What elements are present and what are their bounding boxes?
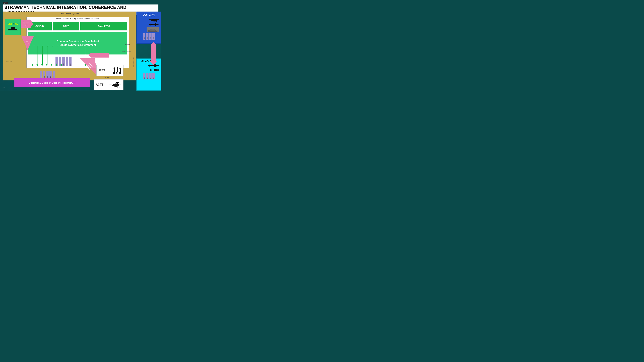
model-cols-bottom: Model Model Model Model Model [40, 71, 55, 78]
svg-marker-61 [150, 42, 157, 45]
tank-icon [8, 26, 18, 31]
ship-svg [147, 27, 158, 32]
dis-hla-right-label: DIS/HLA Gateway [133, 57, 134, 68]
re-use-left-label: Re-Use [6, 61, 12, 62]
svg-text:Native: Native [26, 41, 29, 42]
svg-rect-34 [120, 69, 121, 72]
svg-marker-54 [149, 23, 151, 24]
global-tes-box: Global TES [80, 22, 127, 30]
cavs-box: CAVS [52, 22, 80, 30]
ccs-text-line1: Common Constructive Simulation/ [57, 40, 99, 43]
svg-text:Common: Common [23, 21, 29, 23]
opdst-box: Operational Decision Support Tool (OpDST… [14, 78, 90, 87]
bottom-model-1: Model [40, 71, 42, 78]
svg-line-50 [156, 21, 158, 22]
fcts-label: Future Collective Training System synthe… [56, 18, 99, 19]
dotcm-model-row: Model Model Model Model [137, 32, 161, 40]
big-pink-arrow [151, 44, 156, 63]
land-training-label: Land Training Systems [60, 13, 79, 15]
dis-hla-arrow-svg [88, 52, 109, 58]
dotcm-helicopter-icon [148, 17, 160, 22]
gladiator-panel: GLADIATOR Model Model Model Model [136, 58, 161, 90]
svg-rect-58 [152, 28, 154, 29]
re-use-arrow-svg [108, 43, 117, 45]
content-area: Land Training Systems Future Collective … [3, 11, 138, 87]
dis-hla-top-label: DIS/HLA Gateway [120, 51, 130, 52]
jfst-soldiers-icon [112, 66, 122, 74]
svg-point-33 [120, 68, 121, 69]
svg-point-29 [117, 67, 118, 69]
dotcm-model-4: Model [152, 33, 154, 40]
gladiator-model-3: Model [149, 73, 152, 79]
svg-marker-73 [149, 70, 152, 71]
svg-rect-59 [149, 30, 149, 31]
dotcm-ship-icon [146, 27, 158, 32]
page-number: 7 [4, 87, 4, 89]
opdst-label: Operational Decision Support Tool (OpDST… [29, 81, 76, 84]
svg-marker-18 [88, 53, 109, 57]
svg-rect-31 [116, 72, 117, 73]
potential-native-right-svg: Potential Native Integration [80, 58, 98, 76]
actt-label: ACTT [96, 83, 104, 86]
gladiator-icons [137, 63, 161, 72]
re-use-bottom-label: Re-Use [104, 76, 110, 78]
svg-text:Potential: Potential [25, 39, 30, 40]
svg-rect-38 [112, 85, 113, 86]
svg-rect-35 [119, 72, 120, 74]
actt-helicopter-icon [109, 81, 122, 89]
svg-rect-46 [151, 20, 152, 21]
cttp-badge: CTTP [3, 2, 8, 4]
gladiator-model-row: Model Model Model Model [137, 72, 161, 80]
svg-rect-28 [114, 72, 115, 74]
actt-box: ACTT [94, 79, 124, 90]
svg-text:Virtual: Virtual [24, 23, 28, 25]
svg-line-42 [118, 87, 120, 87]
svg-rect-36 [120, 72, 121, 74]
gladiator-model-4: Model [152, 73, 154, 79]
dotcm-model-3: Model [149, 33, 152, 40]
land-training-box: Land Training Systems Future Collective … [3, 11, 136, 80]
svg-rect-26 [114, 69, 115, 72]
svg-rect-60 [156, 30, 156, 31]
dotcm-model-1: Model [143, 33, 146, 40]
dotcm-icons [137, 17, 161, 32]
svg-text:Sim: Sim [25, 25, 27, 26]
svg-marker-72 [149, 69, 152, 70]
common-virtual-sim-container: Common Virtual Sim [21, 19, 33, 29]
svg-rect-32 [118, 72, 118, 73]
svg-text:Integration: Integration [25, 43, 30, 44]
dotcm-model-2: Model [146, 33, 148, 40]
vulcan-box: VULCAN [5, 19, 21, 35]
gladiator-model-1: Model [143, 73, 146, 79]
jfst-label: JFST [98, 69, 105, 72]
gladiator-model-2: Model [146, 73, 148, 79]
svg-rect-62 [152, 45, 155, 62]
svg-marker-20 [108, 43, 108, 45]
svg-marker-21 [80, 58, 98, 76]
sim-boxes-row: CAVS(D) CAVS Global TES [28, 22, 127, 30]
bottom-model-3: Model [46, 71, 48, 78]
gladiator-title: GLADIATOR [137, 59, 161, 63]
svg-rect-27 [113, 72, 114, 74]
svg-marker-63 [150, 61, 157, 65]
jfst-box: JFST [96, 65, 124, 76]
svg-marker-68 [148, 65, 150, 67]
bottom-model-5: Model [52, 71, 55, 78]
re-use-right-label: Re-Use [124, 44, 130, 46]
bottom-model-2: Model [43, 71, 46, 78]
dotcm-panel: DOTC(M) [136, 11, 161, 43]
svg-marker-55 [149, 24, 151, 25]
dotcm-title: DOTC(M) [137, 12, 161, 17]
svg-line-44 [115, 87, 118, 87]
bottom-model-4: Model [50, 71, 52, 78]
svg-rect-30 [117, 69, 118, 72]
dotcm-plane-icon [148, 22, 160, 26]
gladiator-medium-plane-icon [148, 68, 160, 72]
vulcan-label: VULCAN [8, 23, 18, 26]
svg-point-25 [114, 67, 115, 69]
common-virtual-sim-arrow: Common Virtual Sim [21, 19, 33, 28]
pink-arrow-svg [150, 42, 157, 65]
